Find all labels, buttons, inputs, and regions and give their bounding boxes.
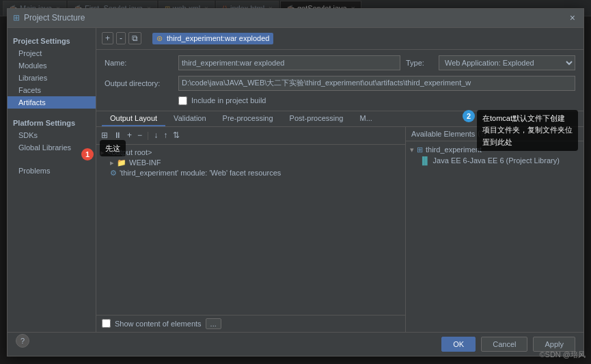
sidebar-item-facets[interactable]: Facets [8, 84, 96, 96]
project-settings-section: Project Settings Project Modules Librari… [8, 33, 96, 110]
dialog-title: ⊞ Project Structure [13, 13, 85, 23]
project-structure-icon: ⊞ [13, 13, 20, 23]
tab-more[interactable]: M... [351, 111, 380, 126]
right-pane: Available Elements (?) ▾ ⊞ third_experim… [406, 127, 583, 332]
output-dir-label: Output directory: [105, 79, 173, 87]
type-label: Type: [406, 59, 433, 67]
remove-element-button[interactable]: − [135, 130, 144, 141]
main-content: + - ⧉ ⊛ third_experiment:war exploded [96, 28, 583, 332]
remove-artifact-button[interactable]: - [116, 32, 126, 44]
sort-button[interactable]: ⇅ [171, 130, 182, 141]
right-pane-tree: ▾ ⊞ third_experiment ▐▌ Java EE 6-Java E… [406, 141, 583, 332]
dialog-title-bar: ⊞ Project Structure × [8, 9, 583, 28]
cancel-button[interactable]: Cancel [481, 337, 527, 352]
output-dir-row: Output directory: [105, 76, 575, 91]
ok-button[interactable]: OK [441, 337, 476, 352]
sidebar-item-problems[interactable]: Problems [8, 165, 96, 177]
web-inf-expand-icon: ▸ [110, 158, 114, 167]
left-pane: ⊞ ⏸ + − | ↓ ↑ ⇅ ▸ <output roo [96, 127, 406, 332]
left-pane-toolbar: ⊞ ⏸ + − | ↓ ↑ ⇅ [96, 127, 405, 145]
dialog-close-button[interactable]: × [567, 12, 578, 23]
help-button[interactable]: ? [16, 334, 29, 348]
add-artifact-button[interactable]: + [102, 32, 113, 44]
include-build-row: Include in project build [105, 96, 575, 105]
tree-item-web-inf[interactable]: ▸ 📁 WEB-INF [99, 158, 402, 168]
name-input[interactable] [178, 55, 400, 70]
left-pane-tree: ▸ <output root> ▸ 📁 WEB-INF ⚙ 'third_exp… [96, 145, 405, 315]
sidebar-item-artifacts[interactable]: Artifacts [8, 96, 96, 109]
tree-item-output-root[interactable]: ▸ <output root> [99, 148, 402, 158]
watermark: ©SDN @培风 [539, 350, 586, 360]
sidebar-item-project[interactable]: Project [8, 47, 96, 59]
include-build-label: Include in project build [191, 96, 266, 104]
badge-1: 1 [81, 148, 94, 160]
project-settings-title: Project Settings [8, 35, 96, 47]
add-element-button[interactable]: + [125, 130, 134, 141]
copy-artifact-button[interactable]: ⧉ [128, 32, 141, 44]
badge-2: 2 [463, 110, 475, 122]
group-expand-icon: ▾ [410, 145, 414, 154]
avail-item-java-ee[interactable]: ▐▌ Java EE 6-Java EE 6 (Project Library) [409, 156, 581, 165]
sidebar-item-sdks[interactable]: SDKs [8, 129, 96, 141]
tab-post-processing[interactable]: Post-processing [281, 111, 352, 126]
dialog-body: Project Settings Project Modules Librari… [8, 28, 583, 332]
tree-item-facet-resources[interactable]: ⚙ 'third_experiment' module: 'Web' facet… [99, 168, 402, 178]
type-select[interactable]: Web Application: Exploded [439, 55, 575, 70]
tab-output-layout[interactable]: Output Layout [102, 111, 165, 126]
module-icon: ⊞ [417, 145, 423, 154]
show-content-row: Show content of elements ... [96, 315, 405, 332]
folder-icon: 📁 [117, 158, 126, 167]
two-pane-area: ⊞ ⏸ + − | ↓ ↑ ⇅ ▸ <output roo [96, 127, 583, 332]
available-elements-label: Available Elements [411, 130, 475, 138]
show-options-button[interactable]: ⊞ [99, 130, 110, 141]
project-structure-dialog: ⊞ Project Structure × Project Settings P… [7, 8, 584, 356]
library-label: Java EE 6-Java EE 6 (Project Library) [433, 156, 560, 165]
library-icon: ▐▌ [420, 156, 430, 165]
platform-settings-title: Platform Settings [8, 117, 96, 129]
show-content-options-button[interactable]: ... [206, 318, 221, 329]
platform-settings-section: Platform Settings SDKs Global Libraries [8, 115, 96, 155]
facet-resources-label: 'third_experiment' module: 'Web' facet r… [120, 169, 281, 177]
annotation-note-2: 在tomcat默认文件下创建项目文件夹，复制文件夹位置到此处 [477, 110, 578, 152]
other-section: Problems [8, 163, 96, 178]
include-build-checkbox[interactable] [178, 96, 187, 105]
artifact-config: Name: Type: Web Application: Exploded Ou… [96, 50, 583, 111]
show-content-checkbox[interactable] [102, 319, 111, 328]
move-down-button[interactable]: ↓ [152, 130, 160, 141]
sidebar-item-libraries[interactable]: Libraries [8, 72, 96, 84]
name-row: Name: Type: Web Application: Exploded [105, 55, 575, 70]
tab-validation[interactable]: Validation [165, 111, 215, 126]
pause-button[interactable]: ⏸ [111, 130, 124, 141]
annotation-note-1: 先这 [100, 140, 126, 157]
dialog-overlay: ⊞ Project Structure × Project Settings P… [0, 0, 591, 364]
move-up-button[interactable]: ↑ [161, 130, 169, 141]
artifact-item[interactable]: ⊛ third_experiment:war exploded [152, 33, 273, 44]
sidebar-item-modules[interactable]: Modules [8, 59, 96, 72]
show-content-label: Show content of elements [115, 320, 202, 328]
artifact-toolbar: + - ⧉ ⊛ third_experiment:war exploded [96, 28, 583, 50]
web-inf-label: WEB-INF [129, 158, 161, 167]
name-label: Name: [105, 59, 173, 67]
dialog-footer: OK Cancel Apply [8, 332, 583, 356]
output-dir-input[interactable] [178, 76, 575, 91]
tab-pre-processing[interactable]: Pre-processing [215, 111, 281, 126]
artifact-item-icon: ⊛ [156, 34, 163, 43]
module-label: third_experiment [426, 145, 482, 154]
sidebar: Project Settings Project Modules Librari… [8, 28, 96, 332]
resource-icon: ⚙ [110, 169, 117, 178]
